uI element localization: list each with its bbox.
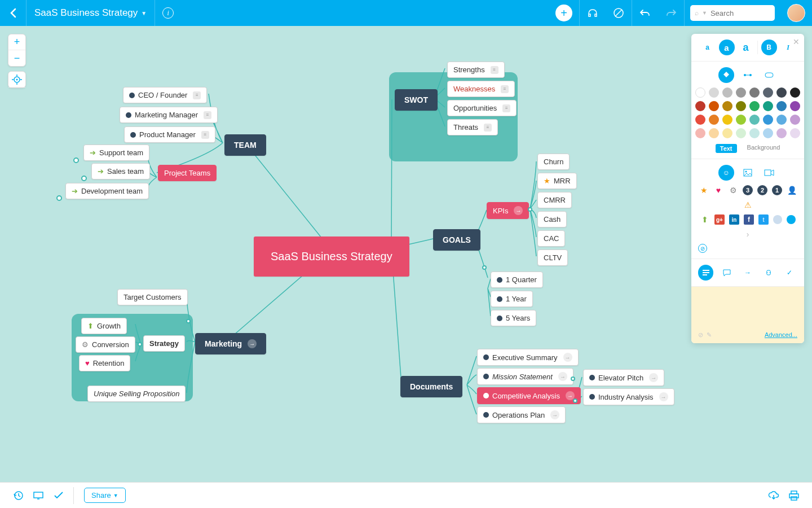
kpi-cash[interactable]: Cash [537,211,567,227]
number-3-sticker[interactable]: 3 [743,185,753,195]
color-swatch[interactable] [763,115,773,125]
undo-button[interactable] [632,0,658,26]
color-swatch[interactable] [695,87,705,98]
marketing-strategy[interactable]: Strategy [143,335,185,352]
note-icon[interactable]: ≡ [501,85,509,93]
marketing-usp[interactable]: Unique Selling Proposition [87,386,186,402]
color-swatch[interactable] [722,101,732,111]
development-team-node[interactable]: ➔Development team [65,183,149,199]
swot-threats[interactable]: Threats≡ [447,119,498,135]
team-person-ceo[interactable]: CEO / Founder≡ [123,87,207,103]
number-1-sticker[interactable]: 1 [772,185,782,195]
block-icon[interactable] [606,0,632,26]
color-swatch[interactable] [776,87,787,98]
checkmark-button[interactable] [48,485,69,506]
color-swatch[interactable] [709,115,719,125]
connector-style-tab[interactable] [740,67,756,83]
color-swatch[interactable] [709,87,719,98]
cloud-download-button[interactable] [764,485,784,506]
marketing-node[interactable]: Marketing→ [195,333,266,354]
search-box[interactable]: ⌕ ▼ [690,5,775,21]
strategy-conversion[interactable]: ⚙Conversion [76,336,135,353]
note-icon[interactable]: ≡ [201,131,209,139]
note-icon[interactable]: ≡ [193,91,201,99]
anchor-dot[interactable] [571,376,575,381]
color-swatch[interactable] [736,87,746,98]
notes-tab[interactable] [698,265,713,281]
doc-competitive-analysis[interactable]: Competitive Analysis→ [477,387,581,404]
background-color-tab[interactable]: Background [747,144,780,153]
note-icon[interactable]: ≡ [484,124,492,132]
person-sticker[interactable]: 👤 [787,185,797,195]
doc-industry[interactable]: Industry Analysis→ [583,388,674,405]
edit-tiny-icon[interactable]: ✎ [707,331,712,339]
more-stickers-button[interactable]: › [743,229,753,239]
note-icon[interactable]: ≡ [491,66,498,74]
link-tab[interactable]: → [740,265,755,281]
color-swatch[interactable] [776,101,787,111]
documents-node[interactable]: Documents [400,376,462,397]
print-button[interactable] [784,485,804,506]
color-swatch[interactable] [749,128,760,138]
color-swatch[interactable] [790,128,800,138]
team-node[interactable]: TEAM [224,134,266,156]
arrow-up-sticker[interactable]: ⬆ [700,214,710,225]
horizon-1y[interactable]: 1 Year [491,291,533,307]
search-input[interactable] [710,9,770,17]
color-swatch[interactable] [763,101,773,111]
recenter-button[interactable] [8,72,25,87]
present-button[interactable] [28,485,48,506]
task-tab[interactable]: ✓ [782,265,797,281]
circle-light-sticker[interactable] [773,215,782,224]
color-swatch[interactable] [749,101,760,111]
shape-style-tab[interactable] [761,67,777,83]
horizon-5y[interactable]: 5 Years [491,310,536,326]
user-avatar[interactable] [787,4,805,22]
color-swatch[interactable] [790,101,800,111]
horizon-q1[interactable]: 1 Quarter [491,271,543,288]
color-swatch[interactable] [695,128,705,138]
kpi-cltv[interactable]: CLTV [537,249,568,266]
video-button[interactable] [761,165,777,181]
anchor-dot[interactable] [73,157,79,163]
text-color-tab[interactable]: Text [716,144,737,153]
color-swatch[interactable] [790,87,800,98]
swot-weaknesses[interactable]: Weaknesses≡ [447,81,515,97]
support-team-node[interactable]: ➔Support team [83,144,149,161]
strategy-retention[interactable]: ♥Retention [79,355,130,371]
headphones-icon[interactable] [580,0,606,26]
kpi-cmrr[interactable]: CMRR [537,192,572,208]
facebook-sticker[interactable]: f [744,214,754,225]
project-teams-node[interactable]: Project Teams [158,165,217,181]
text-size-large[interactable]: a [738,40,754,55]
anchor-dot[interactable] [528,207,532,212]
doc-mission[interactable]: Mission Statement→ [477,368,573,385]
color-swatch[interactable] [736,115,746,125]
star-sticker[interactable]: ★ [699,185,709,195]
color-swatch[interactable] [790,115,800,125]
zoom-out-button[interactable]: − [8,50,25,66]
fill-color-tab[interactable] [718,67,734,83]
share-button[interactable]: Share▼ [84,488,126,503]
anchor-dot[interactable] [482,265,487,270]
color-swatch[interactable] [709,101,719,111]
color-swatch[interactable] [749,87,760,98]
clear-sticker-button[interactable]: ⊘ [698,244,707,253]
center-node[interactable]: SaaS Business Strategy [254,237,409,277]
gear-sticker[interactable]: ⚙ [728,185,738,195]
kpi-mrr[interactable]: ★MRR [537,173,577,189]
linkedin-sticker[interactable]: in [729,214,739,225]
color-swatch[interactable] [763,128,773,138]
add-node-button[interactable]: + [555,5,572,21]
heart-sticker[interactable]: ♥ [713,185,723,195]
color-swatch[interactable] [722,128,732,138]
swot-strengths[interactable]: Strengths≡ [447,62,505,78]
anchor-dot[interactable] [81,176,87,181]
anchor-dot[interactable] [573,398,577,403]
warning-sticker[interactable]: ⚠ [743,200,753,210]
color-swatch[interactable] [736,101,746,111]
image-button[interactable] [740,165,756,181]
anchor-dot[interactable] [138,342,142,347]
mindmap-canvas[interactable]: SaaS Business Strategy TEAM CEO / Founde… [0,26,812,482]
doc-elevator[interactable]: Elevator Pitch→ [583,369,664,386]
